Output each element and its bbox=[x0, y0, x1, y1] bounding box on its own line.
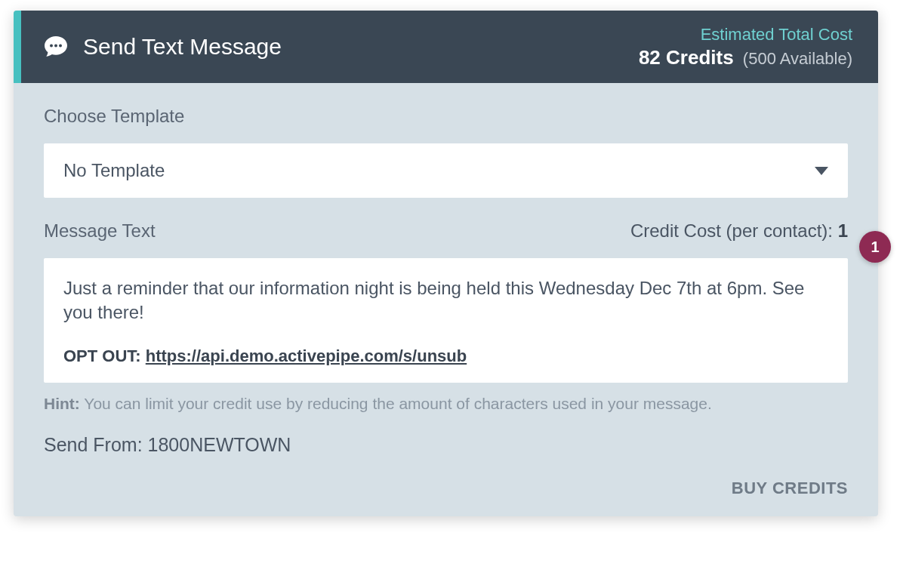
credit-cost-per-contact: Credit Cost (per contact): 1 bbox=[630, 220, 848, 242]
credits-available: (500 Available) bbox=[743, 49, 852, 68]
panel-header: Send Text Message Estimated Total Cost 8… bbox=[14, 11, 878, 83]
hint-body: You can limit your credit use by reducin… bbox=[84, 395, 712, 412]
send-from-label: Send From: bbox=[44, 434, 148, 455]
message-text-header-row: Message Text Credit Cost (per contact): … bbox=[44, 220, 848, 242]
send-text-message-panel: Send Text Message Estimated Total Cost 8… bbox=[14, 11, 878, 516]
opt-out-line: OPT OUT: https://api.demo.activepipe.com… bbox=[63, 346, 828, 366]
credits-value: 82 Credits bbox=[639, 46, 734, 69]
send-from-line: Send From: 1800NEWTOWN bbox=[44, 434, 848, 456]
message-body-text: Just a reminder that our information nig… bbox=[63, 276, 828, 325]
hint-label: Hint: bbox=[44, 395, 80, 412]
chevron-down-icon bbox=[815, 167, 828, 175]
cost-summary: Estimated Total Cost 82 Credits (500 Ava… bbox=[639, 24, 852, 69]
buy-credits-button[interactable]: BUY CREDITS bbox=[732, 479, 848, 498]
template-select[interactable]: No Template bbox=[44, 143, 848, 198]
chat-bubble-icon bbox=[42, 33, 69, 60]
message-text-box[interactable]: Just a reminder that our information nig… bbox=[44, 258, 848, 383]
panel-title: Send Text Message bbox=[83, 34, 282, 60]
svg-point-1 bbox=[54, 45, 57, 48]
panel-body: Choose Template No Template Message Text… bbox=[14, 83, 878, 516]
opt-out-label: OPT OUT: bbox=[63, 346, 146, 365]
send-from-value: 1800NEWTOWN bbox=[148, 434, 291, 455]
message-text-label: Message Text bbox=[44, 220, 156, 242]
estimated-cost-label: Estimated Total Cost bbox=[639, 24, 852, 45]
template-selected-value: No Template bbox=[63, 160, 165, 181]
choose-template-label: Choose Template bbox=[44, 106, 848, 127]
opt-out-link[interactable]: https://api.demo.activepipe.com/s/unsub bbox=[146, 346, 467, 365]
svg-point-2 bbox=[59, 45, 62, 48]
annotation-marker-1: 1 bbox=[859, 231, 891, 263]
hint-text: Hint: You can limit your credit use by r… bbox=[44, 395, 848, 413]
credit-cost-value: 1 bbox=[838, 220, 848, 241]
svg-point-0 bbox=[50, 45, 53, 48]
